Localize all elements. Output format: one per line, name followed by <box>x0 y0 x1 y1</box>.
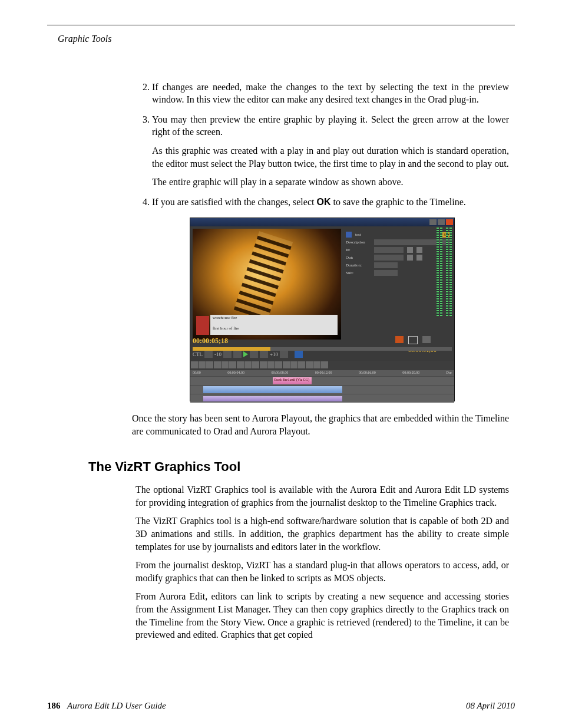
progress-bar[interactable] <box>193 347 452 351</box>
tool-button[interactable] <box>275 361 282 368</box>
step-2: If changes are needed, make the changes … <box>152 81 509 106</box>
clip-icon <box>346 232 352 238</box>
graphics-clip[interactable]: Orad: fire1.mif (Viz CG) <box>273 377 312 384</box>
step-3-text: You may then preview the entire graphic … <box>152 114 509 137</box>
after-figure-para: Once the story has been sent to Aurora P… <box>132 412 509 437</box>
tool-button[interactable] <box>199 361 206 368</box>
ruler-tick: 00:00:16.00 <box>359 370 376 376</box>
tool-button[interactable] <box>313 361 320 368</box>
ctl-label: CTL <box>193 351 203 358</box>
procedure-list: If changes are needed, make the changes … <box>135 81 509 209</box>
timecode-display: 00:00:05;18 <box>193 336 452 345</box>
s2-p1: The optional VizRT Graphics tool is avai… <box>135 483 509 509</box>
tool-button[interactable] <box>237 361 244 368</box>
step-4-text-a: If you are satisfied with the changes, s… <box>152 197 316 207</box>
mark-in-button[interactable] <box>407 247 413 253</box>
top-rule <box>47 25 515 25</box>
ok-label: OK <box>316 197 330 207</box>
audio-clip[interactable] <box>203 396 342 401</box>
tool-button[interactable] <box>222 361 229 368</box>
video-track[interactable] <box>190 386 454 394</box>
audio-track[interactable] <box>190 394 454 403</box>
timeline-toolbar <box>190 361 454 370</box>
timeline-panel: 00:00 00:00:04.00 00:00:08.00 00:00:12.0… <box>190 361 454 401</box>
tool-button[interactable] <box>283 361 290 368</box>
window-titlebar <box>190 218 454 226</box>
tool-button[interactable] <box>206 361 213 368</box>
out-label: Out: <box>346 255 371 261</box>
ruler-tick: 00:00 <box>193 370 201 376</box>
insert-button[interactable] <box>295 351 303 358</box>
cg-color-block <box>196 316 209 335</box>
tool-button[interactable] <box>306 361 313 368</box>
cg-line1[interactable]: warehouse fire <box>210 315 338 325</box>
goto-start-button[interactable] <box>204 351 213 358</box>
page-footer: 186 Aurora Edit LD User Guide 08 April 2… <box>47 700 515 711</box>
ffwd-button[interactable] <box>260 351 268 358</box>
section2-body: The optional VizRT Graphics tool is avai… <box>135 483 509 641</box>
play-button[interactable] <box>243 351 248 357</box>
preview-monitor: warehouse fire first hour of fire <box>193 229 341 340</box>
clip-properties-panel: test SD Description In: Out: Duration: S… <box>343 226 454 342</box>
tool-button[interactable] <box>298 361 305 368</box>
step-4: If you are satisfied with the changes, s… <box>152 196 509 209</box>
in-label: In: <box>346 248 371 253</box>
step-3-para1: As this graphic was created with a play … <box>152 144 509 170</box>
close-icon[interactable] <box>446 219 453 225</box>
tool-button[interactable] <box>229 361 236 368</box>
clip-name: test <box>355 232 361 238</box>
footer-date: 08 April 2010 <box>466 700 515 711</box>
editor-screenshot: warehouse fire first hour of fire test S… <box>190 218 455 401</box>
page-number: 186 <box>47 701 61 710</box>
transport-bar: 00:00:05;18 CTL -10 +10 <box>193 335 452 353</box>
step-3-para2: The entire graphic will play in a separa… <box>152 176 509 189</box>
tool-button[interactable] <box>191 361 198 368</box>
step-fwd-button[interactable] <box>250 351 258 358</box>
description-label: Description <box>346 240 371 245</box>
sub-label: Sub: <box>346 271 371 276</box>
tool-button[interactable] <box>290 361 297 368</box>
cg-line2[interactable]: first hour of fire <box>210 325 338 335</box>
ruler-tick: 00:00:20.00 <box>402 370 419 376</box>
tool-button[interactable] <box>244 361 252 368</box>
s2-p4: From Aurora Edit, editors can link to sc… <box>135 590 509 641</box>
ruler-tick: 00:00:12.00 <box>315 370 332 376</box>
timeline-ruler[interactable]: 00:00 00:00:04.00 00:00:08.00 00:00:12.0… <box>190 370 454 376</box>
sub-input[interactable] <box>374 270 398 276</box>
ruler-tick: 00:00:04.00 <box>227 370 244 376</box>
audio-meters <box>437 228 452 316</box>
maximize-icon[interactable] <box>438 219 445 225</box>
step-back-button[interactable] <box>233 351 242 358</box>
duration-value <box>374 262 398 268</box>
plus10-label[interactable]: +10 <box>270 351 278 358</box>
minimize-icon[interactable] <box>429 219 437 225</box>
ruler-tick: 00:00:08.00 <box>271 370 288 376</box>
running-head: Graphic Tools <box>58 32 515 45</box>
tool-button[interactable] <box>214 361 221 368</box>
footer-left: 186 Aurora Edit LD User Guide <box>47 700 166 711</box>
goto-in-button[interactable] <box>416 247 422 253</box>
step-4-text-b: to save the graphic to the Timeline. <box>330 197 465 207</box>
s2-p3: From the journalist desktop, VizRT has a… <box>135 559 509 584</box>
goto-end-button[interactable] <box>280 351 288 358</box>
out-input[interactable] <box>374 255 404 261</box>
in-input[interactable] <box>374 247 404 253</box>
rewind-button[interactable] <box>223 351 232 358</box>
footer-title: Aurora Edit LD User Guide <box>67 701 166 710</box>
section-heading-vizrt: The VizRT Graphics Tool <box>88 458 515 476</box>
s2-p2: The VizRT Graphics tool is a high-end so… <box>135 515 509 553</box>
tool-button[interactable] <box>252 361 259 368</box>
goto-out-button[interactable] <box>416 255 422 261</box>
ruler-tick: Dur <box>447 370 452 376</box>
body-column: If changes are needed, make the changes … <box>135 81 509 438</box>
minus10-label[interactable]: -10 <box>214 351 222 358</box>
mark-out-button[interactable] <box>407 255 413 261</box>
graphics-track[interactable]: Orad: fire1.mif (Viz CG) <box>190 377 454 385</box>
tool-button[interactable] <box>267 361 275 368</box>
video-clip[interactable] <box>203 386 342 393</box>
tool-button[interactable] <box>321 361 328 368</box>
tool-button[interactable] <box>260 361 267 368</box>
step-3: You may then preview the entire graphic … <box>152 113 509 189</box>
duration-label: Duration: <box>346 263 371 268</box>
